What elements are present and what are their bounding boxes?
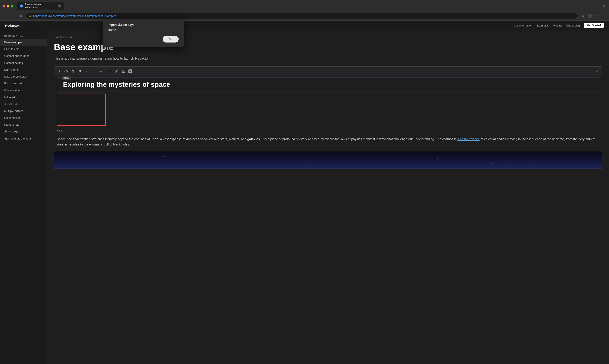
title-bar: Base example - Initialization × + ▾ <box>0 0 609 12</box>
site-nav: Documentation Examples Plugins Changelog <box>514 24 580 27</box>
content-area: Examples / Ini… Base example This is a b… <box>47 30 609 364</box>
editor-container: + </> HTML ¶ B I S ··· ☰ 🔗 <box>54 66 602 169</box>
html-tooltip: HTML <box>62 76 71 80</box>
maximize-window-button[interactable] <box>11 5 13 7</box>
security-lock-icon: 🔒 <box>29 14 32 17</box>
tab-favicon-icon <box>20 4 23 7</box>
toolbar-paragraph-button[interactable]: ¶ <box>70 68 76 74</box>
forward-button[interactable]: → <box>10 13 16 19</box>
nebula-decoration <box>54 158 602 169</box>
dialog-site-label: imperavi.com says <box>108 23 179 26</box>
browser-nav-actions: ☆ ⬛ ⊙ ⋮ <box>580 13 607 19</box>
account-button[interactable]: ⊙ <box>594 13 600 19</box>
browser-tab-active[interactable]: Base example - Initialization × <box>17 2 64 10</box>
breadcrumb-sep-1: / <box>67 36 68 39</box>
toolbar-add-button[interactable]: + <box>56 68 63 74</box>
sidebar-item-dark-theme[interactable]: Dark theme <box>0 66 47 73</box>
browser-dialog: imperavi.com says iframe OK <box>103 19 184 47</box>
sidebar-item-global-settings[interactable]: Global settings <box>0 87 47 94</box>
tab-bar: Base example - Initialization × + <box>17 2 600 10</box>
sidebar-item-scroll-target[interactable]: Scroll target <box>0 128 47 135</box>
nav-changelog[interactable]: Changelog <box>566 24 580 27</box>
toolbar-fullscreen-button[interactable]: ⤢ <box>593 68 600 74</box>
nav-documentation[interactable]: Documentation <box>514 24 532 27</box>
sidebar: Initialization Base example Click to edi… <box>0 30 47 364</box>
toolbar-italic-button[interactable]: I <box>84 68 90 74</box>
main-layout: Initialization Base example Click to edi… <box>0 30 609 364</box>
xss-label: XSS <box>54 128 602 134</box>
svg-rect-2 <box>129 70 132 73</box>
body-link-cosmic-dance[interactable]: a cosmic dance <box>458 137 480 141</box>
editor-toolbar: + </> HTML ¶ B I S ··· ☰ 🔗 <box>54 67 602 76</box>
dialog-actions: OK <box>108 36 179 42</box>
menu-button[interactable]: ⋮ <box>600 13 607 19</box>
sidebar-item-right-to-left[interactable]: Right-to-left <box>0 121 47 128</box>
toolbar-strikethrough-button[interactable]: S <box>90 68 97 74</box>
sidebar-item-content-setting[interactable]: Content setting <box>0 60 47 66</box>
url-input[interactable]: 🔒 https://imperavi.com/redactor/examples… <box>26 13 578 19</box>
browser-chrome: Base example - Initialization × + ▾ ← → … <box>0 0 609 21</box>
site-logo[interactable]: Redactor <box>5 24 19 27</box>
nav-examples[interactable]: Examples <box>537 24 549 27</box>
nav-plugins[interactable]: Plugins <box>553 24 562 27</box>
body-text-part2: . It is a place of profound mystery and … <box>260 137 457 141</box>
sidebar-item-click-to-edit[interactable]: Click to edit <box>0 46 47 52</box>
editor-image-placeholder[interactable] <box>57 93 106 126</box>
dialog-ok-button[interactable]: OK <box>163 36 179 42</box>
editor-heading[interactable]: Exploring the mysteries of space <box>57 78 599 91</box>
reload-button[interactable]: ↻ <box>18 13 24 19</box>
new-tab-button[interactable]: + <box>64 3 70 9</box>
sidebar-section-title: Initialization <box>0 35 47 39</box>
body-text-part1: Space, the final frontier, stretches inf… <box>57 137 247 141</box>
drag-handle-icon[interactable]: ⋮⋮ <box>55 80 61 84</box>
svg-rect-0 <box>122 70 125 72</box>
editor-body: ⋮⋮ Exploring the mysteries of space XSS … <box>54 78 602 169</box>
tab-close-button[interactable]: × <box>58 4 61 7</box>
get-started-button[interactable]: Get Started <box>584 23 604 28</box>
sidebar-item-data-attribute-start[interactable]: Data attribute start <box>0 73 47 80</box>
space-image <box>54 151 602 169</box>
extensions-button[interactable]: ⬛ <box>587 13 593 19</box>
close-window-button[interactable] <box>2 5 5 7</box>
tabs-dropdown-button[interactable]: ▾ <box>601 3 607 9</box>
sidebar-item-json-data[interactable]: JSON Data <box>0 101 47 108</box>
traffic-lights <box>2 5 13 7</box>
toolbar-image-button[interactable] <box>120 68 127 74</box>
page-description: This is a basic example demonstrating ho… <box>54 56 602 61</box>
url-text: https://imperavi.com/redactor/examples/i… <box>33 14 116 17</box>
body-bold-galaxies: galaxies <box>247 137 260 141</box>
sidebar-item-start-with-div[interactable]: Start with div element <box>0 135 47 142</box>
toolbar-table-button[interactable] <box>127 68 133 74</box>
site-header: Redactor Documentation Examples Plugins … <box>0 21 609 30</box>
toolbar-code-button[interactable]: </> HTML <box>63 68 69 74</box>
toolbar-list-button[interactable]: ☰ <box>106 68 113 74</box>
sidebar-item-inline-edit[interactable]: Inline edit <box>0 94 47 101</box>
editor-body-text: Space, the final frontier, stretches inf… <box>54 134 602 149</box>
address-bar: ← → ↻ 🔒 https://imperavi.com/redactor/ex… <box>0 12 609 21</box>
sidebar-item-base-example[interactable]: Base example <box>0 39 47 46</box>
sidebar-item-content-appearance[interactable]: Content appearance <box>0 52 47 59</box>
dialog-message: iframe <box>108 28 179 32</box>
toolbar-bold-button[interactable]: B <box>77 68 83 74</box>
minimize-window-button[interactable] <box>7 5 9 7</box>
sidebar-item-no-container[interactable]: No container <box>0 115 47 121</box>
breadcrumb-examples[interactable]: Examples <box>54 36 66 39</box>
toolbar-more-button[interactable]: ··· <box>97 68 104 74</box>
tab-title: Base example - Initialization <box>25 3 56 9</box>
sidebar-item-focus-on-start[interactable]: Focus on start <box>0 80 47 87</box>
toolbar-link-button[interactable]: 🔗 <box>113 68 120 74</box>
sidebar-item-multiple-editors[interactable]: Multiple editors <box>0 108 47 115</box>
breadcrumb-initialization: Ini… <box>69 36 75 39</box>
bookmark-button[interactable]: ☆ <box>580 13 586 19</box>
back-button[interactable]: ← <box>2 13 9 19</box>
